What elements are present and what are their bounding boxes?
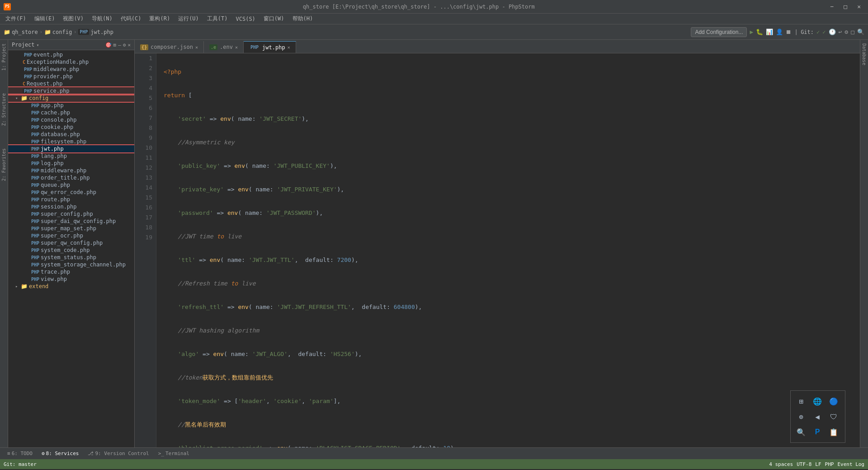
tree-item-log[interactable]: PHP log.php [8, 160, 134, 167]
tray-icon-globe[interactable]: 🌐 [811, 394, 824, 408]
tree-item-exception[interactable]: C ExceptionHandle.php [8, 58, 134, 66]
tab-close-icon[interactable]: ✕ [195, 45, 198, 50]
tree-item-system-storage[interactable]: PHP system_storage_channel.php [8, 261, 134, 268]
code-content[interactable]: <?php return [ 'secret' => env( name: 'J… [156, 53, 860, 447]
tray-icon-back[interactable]: ◀ [811, 410, 824, 423]
menu-file[interactable]: 文件(F) [2, 14, 30, 24]
git-check-icon[interactable]: ✓ [816, 29, 820, 35]
tray-icon-clipboard[interactable]: 📋 [827, 425, 840, 439]
tray-icon-shield[interactable]: 🛡 [827, 410, 840, 423]
env-icon: .e [209, 44, 217, 50]
profile-icon[interactable]: 👤 [776, 28, 783, 35]
tree-item-request[interactable]: C Request.php [8, 80, 134, 87]
git-check2-icon[interactable]: ✓ [822, 29, 826, 35]
tree-item-system-code[interactable]: PHP system_code.php [8, 247, 134, 254]
menu-code[interactable]: 代码(C) [117, 14, 145, 24]
tree-item-super-ocr[interactable]: PHP super_ocr.php [8, 232, 134, 239]
panel-settings-icon[interactable]: ⚙ [123, 42, 126, 48]
sidebar-tab-database[interactable]: Database [861, 42, 868, 67]
menu-run[interactable]: 运行(U) [175, 14, 203, 24]
title-bar-controls[interactable]: − □ ✕ [827, 2, 864, 11]
tree-item-provider[interactable]: PHP provider.php [8, 73, 134, 80]
tray-icon-add[interactable]: ⊕ [794, 410, 808, 423]
line-num-12: 12 [135, 163, 156, 173]
menu-window[interactable]: 窗口(W) [260, 14, 288, 24]
tree-item-super-dai[interactable]: PHP super_dai_qw_config.php [8, 218, 134, 225]
tray-icon-p[interactable]: P [811, 425, 824, 439]
tree-item-jwt[interactable]: PHP jwt.php [8, 145, 134, 152]
tree-item-session[interactable]: PHP session.php [8, 203, 134, 210]
menu-refactor[interactable]: 重构(R) [146, 14, 174, 24]
tree-item-cookie[interactable]: PHP cookie.php [8, 123, 134, 131]
file-name: system_storage_channel.php [41, 261, 126, 268]
tab-composer[interactable]: {} composer.json ✕ [135, 41, 204, 53]
tree-item-super-map[interactable]: PHP super_map_set.php [8, 225, 134, 232]
tree-item-view[interactable]: PHP view.php [8, 275, 134, 283]
stop-icon[interactable]: ⏹ [786, 28, 792, 35]
status-bar: Git: master 4 spaces UTF-8 LF PHP Event … [0, 459, 868, 469]
php-icon: PHP [30, 226, 41, 232]
tree-item-trace[interactable]: PHP trace.php [8, 268, 134, 275]
run-icon[interactable]: ▶ [750, 28, 753, 35]
bottom-tab-services[interactable]: ⚙ 8: Services [38, 450, 82, 457]
tree-item-console[interactable]: PHP console.php [8, 116, 134, 123]
tray-icon-bluetooth[interactable]: 🔵 [827, 394, 840, 408]
menu-vcs[interactable]: VCS(S) [232, 15, 259, 23]
menu-tools[interactable]: 工具(T) [203, 14, 231, 24]
tree-item-middleware1[interactable]: PHP middleware.php [8, 66, 134, 73]
panel-close-icon[interactable]: ✕ [127, 42, 131, 48]
locate-file-icon[interactable]: 🎯 [105, 42, 112, 48]
undo-icon[interactable]: ↩ [839, 28, 842, 35]
tree-item-super-config[interactable]: PHP super_config.php [8, 210, 134, 218]
tray-icon-grid[interactable]: ⊞ [794, 394, 808, 408]
bottom-tab-vcs[interactable]: ⎇ 9: Version Control [84, 450, 152, 457]
sidebar-tab-favorites[interactable]: 2: Favorites [0, 147, 7, 183]
tree-item-cache[interactable]: PHP cache.php [8, 109, 134, 116]
tree-item-config-folder[interactable]: ▾ 📁 config [8, 95, 134, 102]
toolbar-right: Add Configuration... ▶ 🐛 📊 👤 ⏹ | Git: ✓ … [691, 27, 864, 37]
tab-env[interactable]: .e .env ✕ [204, 41, 244, 53]
menu-help[interactable]: 帮助(H) [289, 14, 317, 24]
add-configuration-button[interactable]: Add Configuration... [691, 27, 747, 37]
sidebar-tab-project[interactable]: 1: Project [0, 42, 7, 72]
coverage-icon[interactable]: 📊 [766, 28, 773, 35]
minimize-button[interactable]: − [827, 2, 838, 11]
menu-view[interactable]: 视图(V) [59, 14, 87, 24]
tree-item-middleware2[interactable]: PHP middleware.php [8, 167, 134, 174]
close-button[interactable]: ✕ [854, 2, 864, 11]
event-log-link[interactable]: Event Log [837, 461, 864, 467]
tab-close-icon[interactable]: ✕ [235, 45, 238, 50]
expand-all-icon[interactable]: ⊞ [113, 42, 117, 48]
sidebar-tab-structure[interactable]: Z: Structure [0, 91, 7, 128]
menu-edit[interactable]: 编辑(E) [31, 14, 59, 24]
search-everywhere-icon[interactable]: 🔍 [857, 28, 864, 35]
collapse-all-icon[interactable]: — [118, 42, 121, 48]
status-bar-left: Git: master [4, 461, 37, 467]
settings-icon[interactable]: ⚙ [844, 28, 848, 35]
chevron-down-icon[interactable]: ▾ [37, 43, 39, 47]
bottom-tab-terminal[interactable]: >_ Terminal [155, 450, 193, 457]
tree-item-order-title[interactable]: PHP order_title.php [8, 174, 134, 181]
tab-jwt[interactable]: PHP jwt.php ✕ [244, 41, 296, 53]
menu-navigate[interactable]: 导航(N) [88, 14, 116, 24]
tree-item-queue[interactable]: PHP queue.php [8, 181, 134, 189]
bottom-tab-todo[interactable]: ≡ 6: TODO [4, 450, 36, 457]
tree-item-extend[interactable]: ▸ 📁 extend [8, 283, 134, 290]
tree-item-database[interactable]: PHP database.php [8, 131, 134, 138]
tree-item-service[interactable]: PHP service.php [8, 87, 134, 95]
tree-item-system-status[interactable]: PHP system_status.php [8, 254, 134, 261]
maximize-button[interactable]: □ [840, 2, 851, 11]
git-history-icon[interactable]: 🕐 [829, 28, 836, 35]
tree-item-super-qw[interactable]: PHP super_qw_config.php [8, 239, 134, 247]
tree-item-filesystem[interactable]: PHP filesystem.php [8, 138, 134, 145]
tree-item-qw-error[interactable]: PHP qw_error_code.php [8, 189, 134, 196]
tab-close-icon[interactable]: ✕ [288, 45, 290, 50]
layout-icon[interactable]: □ [851, 28, 854, 35]
debug-icon[interactable]: 🐛 [756, 28, 763, 35]
php-icon: PHP [30, 211, 41, 217]
tree-item-lang[interactable]: PHP lang.php [8, 152, 134, 160]
tree-item-event[interactable]: PHP event.php [8, 51, 134, 58]
tree-item-route[interactable]: PHP route.php [8, 196, 134, 203]
tray-icon-search[interactable]: 🔍 [794, 425, 808, 439]
tree-item-app[interactable]: PHP app.php [8, 102, 134, 109]
